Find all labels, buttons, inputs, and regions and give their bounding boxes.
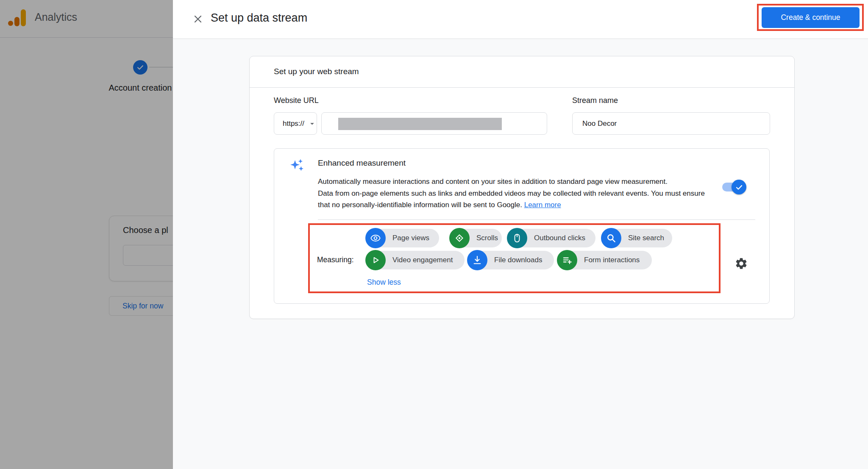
chip-label: Outbound clicks [534, 234, 585, 242]
description-line: that no personally-identifiable informat… [318, 199, 725, 211]
create-continue-button[interactable]: Create & continue [762, 7, 860, 28]
chip-label: Video engagement [392, 256, 453, 264]
enhanced-measurement-card: Enhanced measurement Automatically measu… [274, 148, 770, 304]
stream-name-input[interactable] [572, 112, 770, 135]
enhanced-measurement-description: Automatically measure interactions and c… [318, 176, 725, 211]
protocol-value: https:// [283, 119, 304, 128]
toggle-thumb-check-icon [732, 180, 746, 194]
url-redaction-block [338, 118, 502, 130]
form-add-icon [557, 250, 577, 270]
enhanced-measurement-title: Enhanced measurement [318, 158, 406, 168]
search-icon [601, 228, 621, 248]
chip-label: Site search [628, 234, 664, 242]
chip-site-search: Site search [602, 229, 672, 247]
screen: Analytics Account creation Choose a pl S… [0, 0, 868, 469]
web-stream-card: Set up your web stream Website URL Strea… [249, 56, 795, 319]
description-line: Data from on-page elements such as links… [318, 188, 725, 200]
setup-data-stream-panel: Set up data stream Create & continue Set… [173, 0, 868, 469]
play-icon [365, 250, 386, 270]
chip-form-interactions: Form interactions [558, 251, 652, 269]
chip-label: Form interactions [584, 256, 640, 264]
download-icon [467, 250, 487, 270]
divider [318, 219, 755, 220]
measuring-label: Measuring: [317, 255, 354, 264]
chip-page-views: Page views [366, 229, 439, 247]
panel-header: Set up data stream Create & continue [173, 0, 868, 39]
sparkle-icon [290, 158, 304, 172]
description-line: Automatically measure interactions and c… [318, 176, 725, 188]
stream-name-label: Stream name [572, 96, 618, 105]
gear-icon[interactable] [731, 253, 751, 274]
chevron-down-icon [308, 119, 317, 128]
chip-scrolls: Scrolls [450, 229, 502, 247]
chip-file-downloads: File downloads [468, 251, 554, 269]
chip-label: Scrolls [476, 234, 498, 242]
description-line-3: that no personally-identifiable informat… [318, 201, 522, 209]
scroll-diamond-icon [449, 228, 470, 248]
close-icon[interactable] [189, 11, 206, 28]
chip-label: File downloads [494, 256, 542, 264]
eye-icon [365, 228, 386, 248]
web-stream-card-title: Set up your web stream [274, 67, 359, 76]
mouse-icon [507, 228, 527, 248]
chip-video-engagement: Video engagement [366, 251, 465, 269]
chip-label: Page views [392, 234, 429, 242]
modal-scrim [0, 0, 173, 469]
web-stream-card-header: Set up your web stream [250, 56, 794, 88]
website-url-label: Website URL [274, 96, 319, 105]
panel-title: Set up data stream [211, 11, 307, 25]
protocol-select[interactable]: https:// [274, 112, 317, 135]
enhanced-measurement-toggle[interactable] [722, 179, 746, 196]
show-less-link[interactable]: Show less [367, 278, 401, 287]
chip-outbound-clicks: Outbound clicks [508, 229, 595, 247]
website-url-input[interactable] [321, 112, 547, 135]
learn-more-link[interactable]: Learn more [524, 201, 561, 209]
